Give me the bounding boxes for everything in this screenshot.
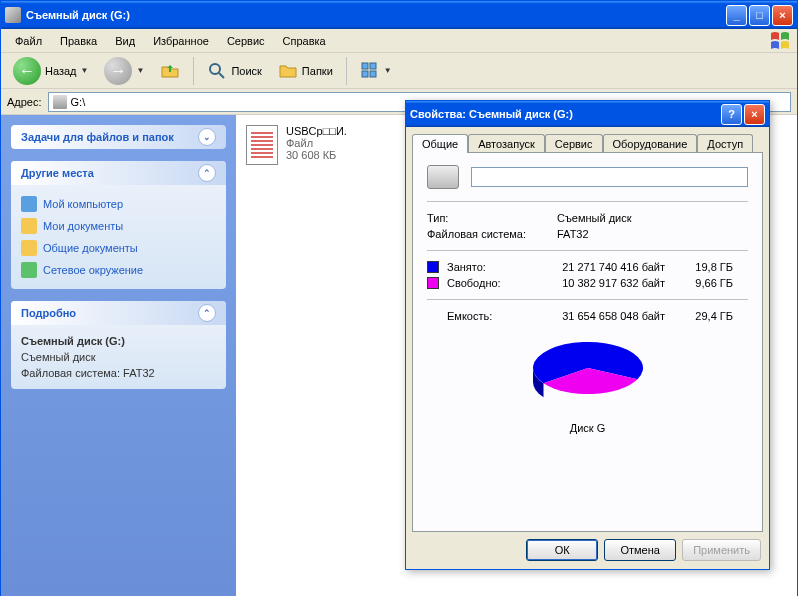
place-label: Мой компьютер xyxy=(43,198,123,210)
file-type: Файл xyxy=(286,137,347,149)
menu-view[interactable]: Вид xyxy=(107,32,143,50)
minimize-button[interactable]: _ xyxy=(726,5,747,26)
tasks-title: Задачи для файлов и папок xyxy=(21,131,174,143)
folder-up-icon xyxy=(160,61,180,81)
sidebar-place-link[interactable]: Сетевое окружение xyxy=(21,259,216,281)
folders-button[interactable]: Папки xyxy=(272,59,339,83)
places-panel-header[interactable]: Другие места ⌃ xyxy=(11,161,226,185)
file-size: 30 608 КБ xyxy=(286,149,347,161)
divider xyxy=(427,250,748,251)
forward-button[interactable]: → ▼ xyxy=(98,55,150,87)
apply-button[interactable]: Применить xyxy=(682,539,761,561)
capacity-label: Емкость: xyxy=(447,310,517,322)
search-button[interactable]: Поиск xyxy=(201,59,267,83)
props-close-button[interactable]: × xyxy=(744,104,765,125)
place-icon xyxy=(21,218,37,234)
menu-edit[interactable]: Правка xyxy=(52,32,105,50)
search-label: Поиск xyxy=(231,65,261,77)
details-panel-header[interactable]: Подробно ⌃ xyxy=(11,301,226,325)
ok-button[interactable]: ОК xyxy=(526,539,598,561)
sidebar-place-link[interactable]: Мой компьютер xyxy=(21,193,216,215)
search-icon xyxy=(207,61,227,81)
used-gb: 19,8 ГБ xyxy=(673,261,733,273)
type-value: Съемный диск xyxy=(557,212,632,224)
chevron-down-icon: ▼ xyxy=(384,66,392,75)
props-title: Свойства: Съемный диск (G:) xyxy=(410,108,721,120)
type-label: Тип: xyxy=(427,212,557,224)
place-label: Сетевое окружение xyxy=(43,264,143,276)
tab-sharing[interactable]: Доступ xyxy=(697,134,753,153)
toolbar: ← Назад ▼ → ▼ Поиск Папки ▼ xyxy=(1,53,797,89)
capacity-bytes: 31 654 658 048 байт xyxy=(525,310,665,322)
usage-pie-chart: Диск G xyxy=(427,334,748,434)
back-label: Назад xyxy=(45,65,77,77)
svg-point-0 xyxy=(210,64,220,74)
titlebar[interactable]: Съемный диск (G:) _ □ × xyxy=(1,1,797,29)
window-title: Съемный диск (G:) xyxy=(26,9,726,21)
help-button[interactable]: ? xyxy=(721,104,742,125)
folders-label: Папки xyxy=(302,65,333,77)
maximize-button[interactable]: □ xyxy=(749,5,770,26)
place-icon xyxy=(21,262,37,278)
details-panel: Подробно ⌃ Съемный диск (G:) Съемный дис… xyxy=(11,301,226,389)
fs-value: FAT32 xyxy=(557,228,589,240)
sidebar-place-link[interactable]: Общие документы xyxy=(21,237,216,259)
file-name: USBCр□□И. xyxy=(286,125,347,137)
free-gb: 9,66 ГБ xyxy=(673,277,733,289)
collapse-icon: ⌃ xyxy=(198,304,216,322)
menu-tools[interactable]: Сервис xyxy=(219,32,273,50)
capacity-gb: 29,4 ГБ xyxy=(673,310,733,322)
free-bytes: 10 382 917 632 байт xyxy=(525,277,665,289)
svg-rect-2 xyxy=(370,63,376,69)
cancel-button[interactable]: Отмена xyxy=(604,539,676,561)
drive-icon xyxy=(5,7,21,23)
menubar: Файл Правка Вид Избранное Сервис Справка xyxy=(1,29,797,53)
place-label: Мои документы xyxy=(43,220,123,232)
address-label: Адрес: xyxy=(7,96,42,108)
menu-favorites[interactable]: Избранное xyxy=(145,32,217,50)
separator xyxy=(346,57,347,85)
used-swatch xyxy=(427,261,439,273)
free-swatch xyxy=(427,277,439,289)
props-titlebar[interactable]: Свойства: Съемный диск (G:) ? × xyxy=(406,101,769,127)
place-icon xyxy=(21,240,37,256)
free-label: Свободно: xyxy=(447,277,517,289)
places-title: Другие места xyxy=(21,167,94,179)
separator xyxy=(193,57,194,85)
properties-dialog: Свойства: Съемный диск (G:) ? × Общие Ав… xyxy=(405,100,770,570)
sidebar-place-link[interactable]: Мои документы xyxy=(21,215,216,237)
address-value: G:\ xyxy=(71,96,86,108)
back-icon: ← xyxy=(13,57,41,85)
svg-rect-3 xyxy=(362,71,368,77)
up-button[interactable] xyxy=(154,59,186,83)
windows-logo-icon xyxy=(769,31,793,51)
tab-general[interactable]: Общие xyxy=(412,134,468,153)
forward-icon: → xyxy=(104,57,132,85)
drive-icon xyxy=(427,165,459,189)
fs-label: Файловая система: xyxy=(427,228,557,240)
close-button[interactable]: × xyxy=(772,5,793,26)
tab-hardware[interactable]: Оборудование xyxy=(603,134,698,153)
tab-tools[interactable]: Сервис xyxy=(545,134,603,153)
menu-file[interactable]: Файл xyxy=(7,32,50,50)
divider xyxy=(427,201,748,202)
places-panel: Другие места ⌃ Мой компьютерМои документ… xyxy=(11,161,226,289)
svg-rect-4 xyxy=(370,71,376,77)
tab-autorun[interactable]: Автозапуск xyxy=(468,134,545,153)
drive-icon xyxy=(53,95,67,109)
place-icon xyxy=(21,196,37,212)
sidebar: Задачи для файлов и папок ⌄ Другие места… xyxy=(1,115,236,596)
svg-rect-1 xyxy=(362,63,368,69)
place-label: Общие документы xyxy=(43,242,138,254)
volume-label-input[interactable] xyxy=(471,167,748,187)
chevron-down-icon: ▼ xyxy=(81,66,89,75)
details-title: Подробно xyxy=(21,307,76,319)
collapse-icon: ⌃ xyxy=(198,164,216,182)
views-button[interactable]: ▼ xyxy=(354,59,398,83)
tasks-panel-header[interactable]: Задачи для файлов и папок ⌄ xyxy=(11,125,226,149)
disk-label: Диск G xyxy=(427,422,748,434)
used-label: Занято: xyxy=(447,261,517,273)
details-name: Съемный диск (G:) xyxy=(21,335,125,347)
menu-help[interactable]: Справка xyxy=(275,32,334,50)
back-button[interactable]: ← Назад ▼ xyxy=(7,55,94,87)
